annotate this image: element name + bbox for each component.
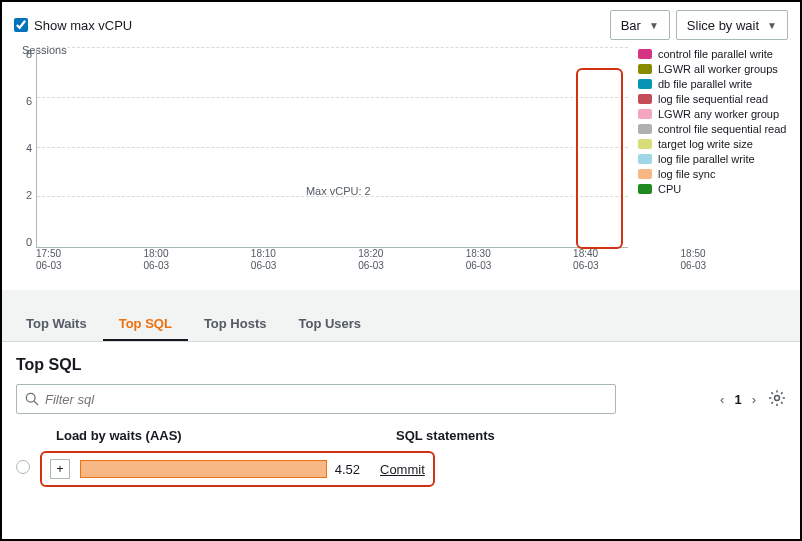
slice-by-select[interactable]: Slice by wait ▼ bbox=[676, 10, 788, 40]
page-next-button[interactable]: › bbox=[752, 392, 756, 407]
row-radio[interactable] bbox=[16, 460, 40, 477]
settings-gear-icon[interactable] bbox=[768, 389, 786, 410]
x-tick: 17:5006-03 bbox=[36, 248, 143, 272]
chart-y-axis: 8 6 4 2 0 bbox=[14, 48, 36, 248]
x-tick: 18:1006-03 bbox=[251, 248, 358, 272]
legend-item[interactable]: LGWR any worker group bbox=[638, 108, 788, 120]
sql-statement-link[interactable]: Commit bbox=[380, 462, 425, 477]
chevron-down-icon: ▼ bbox=[767, 20, 777, 31]
x-tick: 18:5006-03 bbox=[681, 248, 788, 272]
tab-top-users[interactable]: Top Users bbox=[282, 308, 377, 341]
svg-line-1 bbox=[34, 401, 38, 405]
svg-point-0 bbox=[26, 393, 35, 402]
chart-legend: control file parallel writeLGWR all work… bbox=[628, 48, 788, 248]
legend-item[interactable]: CPU bbox=[638, 183, 788, 195]
show-max-vcpu-checkbox[interactable]: Show max vCPU bbox=[14, 18, 132, 33]
page-number: 1 bbox=[734, 392, 741, 407]
svg-point-2 bbox=[775, 395, 780, 400]
show-max-vcpu-label: Show max vCPU bbox=[34, 18, 132, 33]
filter-sql-input-wrap[interactable] bbox=[16, 384, 616, 414]
legend-item[interactable]: log file sync bbox=[638, 168, 788, 180]
table-header: Load by waits (AAS) SQL statements bbox=[16, 414, 786, 449]
legend-item[interactable]: LGWR all worker groups bbox=[638, 63, 788, 75]
col-sql-header: SQL statements bbox=[396, 428, 786, 443]
tab-top-sql[interactable]: Top SQL bbox=[103, 308, 188, 341]
x-tick: 18:2006-03 bbox=[358, 248, 465, 272]
pagination: ‹ 1 › bbox=[720, 392, 756, 407]
load-bar bbox=[80, 460, 327, 478]
chevron-down-icon: ▼ bbox=[649, 20, 659, 31]
legend-item[interactable]: control file parallel write bbox=[638, 48, 788, 60]
chart-plot: Max vCPU: 2 bbox=[36, 48, 628, 248]
chart-type-value: Bar bbox=[621, 18, 641, 33]
legend-item[interactable]: db file parallel write bbox=[638, 78, 788, 90]
legend-item[interactable]: control file sequential read bbox=[638, 123, 788, 135]
expand-row-button[interactable]: + bbox=[50, 459, 70, 479]
x-tick: 18:3006-03 bbox=[466, 248, 573, 272]
legend-item[interactable]: target log write size bbox=[638, 138, 788, 150]
tab-top-hosts[interactable]: Top Hosts bbox=[188, 308, 283, 341]
legend-item[interactable]: log file sequential read bbox=[638, 93, 788, 105]
x-tick: 18:4006-03 bbox=[573, 248, 680, 272]
panel-title: Top SQL bbox=[16, 356, 786, 374]
filter-sql-input[interactable] bbox=[45, 392, 607, 407]
tabs: Top WaitsTop SQLTop HostsTop Users bbox=[2, 308, 800, 342]
show-max-vcpu-input[interactable] bbox=[14, 18, 28, 32]
load-value: 4.52 bbox=[335, 462, 360, 477]
search-icon bbox=[25, 392, 39, 406]
slice-by-value: Slice by wait bbox=[687, 18, 759, 33]
tab-top-waits[interactable]: Top Waits bbox=[10, 308, 103, 341]
x-tick: 18:0006-03 bbox=[143, 248, 250, 272]
chart-highlight bbox=[576, 68, 624, 249]
col-load-header: Load by waits (AAS) bbox=[56, 428, 396, 443]
legend-item[interactable]: log file parallel write bbox=[638, 153, 788, 165]
chart-type-select[interactable]: Bar ▼ bbox=[610, 10, 670, 40]
page-prev-button[interactable]: ‹ bbox=[720, 392, 724, 407]
chart-x-axis: 17:5006-0318:0006-0318:1006-0318:2006-03… bbox=[36, 248, 788, 272]
table-row[interactable]: + 4.52 Commit bbox=[40, 451, 435, 487]
